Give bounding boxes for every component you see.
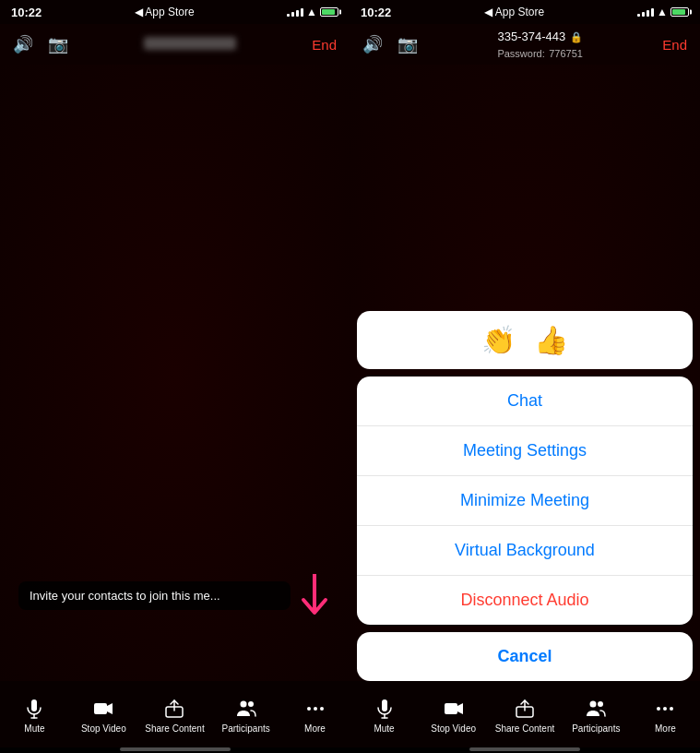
right-status-icons: ▲ xyxy=(637,6,689,18)
participants-label: Participants xyxy=(221,723,269,734)
svg-point-9 xyxy=(307,707,311,711)
tooltip-container: Invite your contacts to join this me... xyxy=(18,565,331,626)
right-end-button[interactable]: End xyxy=(662,37,687,53)
right-call-header: 🔊 📷 335-374-443 🔒 Password: 776751 End xyxy=(350,24,700,65)
svg-point-18 xyxy=(590,700,597,707)
svg-marker-16 xyxy=(457,703,463,714)
left-status-icons: ▲ xyxy=(287,6,338,18)
stop-video-label: Stop Video xyxy=(81,723,126,734)
right-share-content-button[interactable]: Share Content xyxy=(495,698,555,734)
right-bottom-toolbar: Mute Stop Video Share Content xyxy=(350,681,700,747)
left-bottom-toolbar: Mute Stop Video Share Content xyxy=(0,681,350,747)
meeting-id-area: 335-374-443 🔒 Password: 776751 xyxy=(418,28,662,61)
cancel-group: Cancel xyxy=(357,632,693,681)
invite-tooltip: Invite your contacts to join this me... xyxy=(18,581,291,610)
right-battery-icon xyxy=(670,7,689,17)
right-status-bar: 10:22 ◀ App Store ▲ xyxy=(350,0,700,24)
right-time: 10:22 xyxy=(361,6,391,19)
action-items-group: Chat Meeting Settings Minimize Meeting V… xyxy=(357,376,693,625)
meeting-settings-button[interactable]: Meeting Settings xyxy=(357,426,693,476)
disconnect-audio-button[interactable]: Disconnect Audio xyxy=(357,576,693,625)
more-button[interactable]: More xyxy=(288,698,343,734)
left-panel: 10:22 ◀ App Store ▲ 🔊 📷 xyxy=(0,0,350,753)
cancel-button[interactable]: Cancel xyxy=(357,632,693,681)
participants-button[interactable]: Participants xyxy=(219,698,274,734)
svg-point-10 xyxy=(314,707,317,711)
right-mute-label: Mute xyxy=(374,723,394,734)
right-stop-video-label: Stop Video xyxy=(431,723,476,734)
lock-icon: 🔒 xyxy=(570,31,583,42)
right-participants-button[interactable]: Participants xyxy=(568,698,623,734)
right-header-icons: 🔊 📷 xyxy=(362,34,418,54)
battery-icon xyxy=(320,7,338,17)
left-end-button[interactable]: End xyxy=(312,37,337,53)
chat-button[interactable]: Chat xyxy=(357,376,693,426)
right-camera-flip-icon[interactable]: 📷 xyxy=(397,34,418,54)
svg-point-21 xyxy=(663,707,667,711)
svg-rect-1 xyxy=(31,699,37,711)
more-label: More xyxy=(304,723,326,734)
svg-point-19 xyxy=(598,701,603,707)
right-mute-button[interactable]: Mute xyxy=(357,698,412,734)
left-status-bar: 10:22 ◀ App Store ▲ xyxy=(0,0,350,24)
svg-rect-4 xyxy=(94,703,107,714)
right-more-label: More xyxy=(655,723,676,734)
left-status-right: ◀ App Store xyxy=(135,6,195,18)
svg-point-20 xyxy=(657,707,660,711)
speaker-icon[interactable]: 🔊 xyxy=(13,34,33,54)
minimize-meeting-button[interactable]: Minimize Meeting xyxy=(357,476,693,526)
svg-rect-12 xyxy=(382,699,387,711)
right-speaker-icon[interactable]: 🔊 xyxy=(362,34,383,54)
svg-point-8 xyxy=(248,701,254,707)
stop-video-button[interactable]: Stop Video xyxy=(76,698,131,734)
thumbsup-reaction[interactable]: 👍 xyxy=(534,324,568,356)
left-video-area: Invite your contacts to join this me... xyxy=(0,65,350,681)
right-stop-video-button[interactable]: Stop Video xyxy=(426,698,481,734)
right-back-link[interactable]: ◀ App Store xyxy=(484,6,544,18)
right-signal-icon xyxy=(637,8,654,17)
wifi-icon: ▲ xyxy=(306,6,317,18)
right-participants-label: Participants xyxy=(572,723,620,734)
svg-point-11 xyxy=(320,707,324,711)
password-value: 776751 xyxy=(549,48,583,59)
right-more-button[interactable]: More xyxy=(637,698,693,734)
share-content-label: Share Content xyxy=(145,723,205,734)
left-header-icons: 🔊 📷 xyxy=(13,34,68,54)
share-content-button[interactable]: Share Content xyxy=(145,698,205,734)
right-status-right: ◀ App Store xyxy=(484,6,544,18)
right-wifi-icon: ▲ xyxy=(657,6,668,18)
arrow-down-icon xyxy=(298,574,331,626)
left-time: 10:22 xyxy=(11,6,42,19)
svg-rect-15 xyxy=(445,703,457,714)
svg-marker-5 xyxy=(107,703,113,714)
signal-icon xyxy=(287,8,303,17)
virtual-background-button[interactable]: Virtual Background xyxy=(357,526,693,576)
svg-point-7 xyxy=(240,700,246,707)
camera-flip-icon[interactable]: 📷 xyxy=(48,34,68,54)
mute-label: Mute xyxy=(24,723,44,734)
meeting-id-row: 335-374-443 🔒 xyxy=(418,28,662,44)
blurred-title xyxy=(144,37,236,50)
left-meeting-title xyxy=(68,37,312,53)
svg-point-22 xyxy=(670,707,673,711)
clap-reaction[interactable]: 👏 xyxy=(481,324,516,356)
left-call-header: 🔊 📷 End xyxy=(0,24,350,65)
action-sheet: 👏 👍 Chat Meeting Settings Minimize Meeti… xyxy=(357,311,693,681)
right-home-indicator xyxy=(350,747,700,753)
meeting-id: 335-374-443 xyxy=(498,30,566,43)
left-home-indicator xyxy=(0,747,350,753)
password-label: Password: xyxy=(497,48,544,59)
reaction-row: 👏 👍 xyxy=(357,311,693,369)
right-share-content-label: Share Content xyxy=(495,723,555,734)
right-panel: 10:22 ◀ App Store ▲ 🔊 📷 3 xyxy=(350,0,700,753)
password-row: Password: 776751 xyxy=(418,44,662,61)
mute-button[interactable]: Mute xyxy=(6,698,62,734)
left-back-link[interactable]: ◀ App Store xyxy=(135,6,195,18)
